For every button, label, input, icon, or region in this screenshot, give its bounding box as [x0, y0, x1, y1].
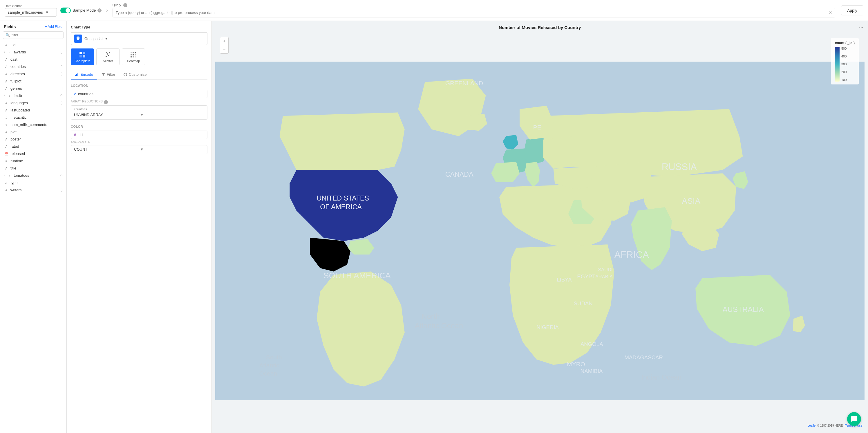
array-reductions-dropdown: countries UNWIND ARRAY ▼ — [71, 105, 208, 120]
field-name: plot — [10, 130, 62, 134]
field-item-f_metacritic[interactable]: # metacritic — [0, 114, 66, 121]
field-name: countries — [10, 64, 59, 69]
field-item-f_cast[interactable]: A cast [] — [0, 56, 66, 63]
tab-encode[interactable]: Encode — [71, 70, 97, 80]
field-badge: [] — [61, 58, 62, 61]
svg-rect-14 — [134, 54, 136, 56]
svg-point-6 — [108, 55, 109, 56]
tab-customize[interactable]: Customize — [119, 70, 151, 80]
aggregate-arrow-icon: ▼ — [140, 147, 205, 152]
aggregate-label: AGGREGATE — [71, 141, 208, 144]
tab-filter[interactable]: Filter — [97, 70, 119, 80]
field-badge: [] — [61, 101, 62, 104]
zoom-out-button[interactable]: − — [220, 45, 228, 53]
chart-btn-scatter[interactable]: Scatter — [96, 49, 120, 65]
apply-button[interactable]: Apply — [841, 5, 863, 16]
legend-gradient — [835, 47, 840, 82]
svg-text:ASIA: ASIA — [682, 196, 701, 206]
chart-btn-heatmap[interactable]: Heatmap — [122, 49, 145, 65]
query-info-icon[interactable]: i — [123, 3, 127, 7]
field-item-f_awards[interactable]: › › awards {} — [0, 49, 66, 56]
leaflet-link[interactable]: Leaflet — [808, 424, 816, 427]
sample-mode-label: Sample Mode — [72, 8, 96, 12]
field-type-icon: A — [4, 188, 9, 192]
field-item-f_type[interactable]: A type — [0, 179, 66, 186]
map-container: + − count ( _id ) 500 400 300 200 100 — [215, 32, 865, 430]
svg-rect-0 — [80, 52, 82, 54]
location-field-icon: A — [74, 92, 76, 96]
svg-rect-16 — [132, 56, 134, 58]
svg-rect-12 — [130, 54, 132, 56]
field-item-f_directors[interactable]: A directors [] — [0, 70, 66, 78]
location-title: Location — [71, 84, 208, 87]
field-item-f_released[interactable]: 📅 released — [0, 150, 66, 157]
svg-rect-19 — [76, 74, 77, 76]
svg-text:SUDAN: SUDAN — [574, 300, 593, 306]
field-item-f_runtime[interactable]: # runtime — [0, 157, 66, 164]
field-item-f_num_mflix[interactable]: # num_mflix_comments — [0, 121, 66, 128]
field-badge: {} — [60, 174, 62, 177]
field-item-f_imdb[interactable]: › › imdb {} — [0, 92, 66, 99]
field-type-icon: › — [7, 51, 12, 54]
chart-more-button[interactable]: ··· — [859, 24, 863, 30]
field-type-icon: A — [4, 130, 9, 134]
country-germany — [523, 137, 547, 164]
field-name: writers — [10, 188, 59, 192]
reduction-value: UNWIND ARRAY — [74, 113, 138, 117]
query-input[interactable] — [116, 10, 826, 15]
field-badge: [] — [61, 188, 62, 191]
field-item-f_id[interactable]: A _id — [0, 41, 66, 49]
field-item-f_languages[interactable]: A languages [] — [0, 99, 66, 106]
fields-search-input[interactable] — [11, 33, 61, 37]
legend-labels: 500 400 300 200 100 — [841, 47, 846, 82]
add-field-button[interactable]: + Add Field — [45, 25, 62, 29]
field-item-f_tomatoes[interactable]: › › tomatoes {} — [0, 172, 66, 179]
field-item-f_poster[interactable]: A poster — [0, 135, 66, 143]
field-item-f_genres[interactable]: A genres [] — [0, 85, 66, 92]
reduction-select[interactable]: UNWIND ARRAY ▼ — [71, 112, 207, 119]
svg-rect-15 — [130, 56, 132, 58]
field-type-icon: › — [7, 94, 12, 97]
field-item-f_plot[interactable]: A plot — [0, 128, 66, 135]
color-field-chip: # _id — [71, 131, 208, 139]
field-item-f_countries[interactable]: A countries [] — [0, 63, 66, 70]
field-type-icon: A — [4, 58, 9, 61]
field-item-f_lastupdated[interactable]: A lastupdated — [0, 106, 66, 114]
map-legend: count ( _id ) 500 400 300 200 100 — [831, 38, 859, 85]
toggle-knob — [66, 8, 70, 13]
svg-rect-9 — [130, 52, 132, 53]
svg-text:RUSSIA: RUSSIA — [662, 161, 697, 172]
chart-type-arrow-icon: ▼ — [105, 37, 107, 40]
datasource-arrow-icon: ▼ — [45, 10, 54, 14]
field-type-icon: A — [4, 145, 9, 148]
field-item-f_writers[interactable]: A writers [] — [0, 186, 66, 193]
svg-text:UNITED STATES: UNITED STATES — [317, 194, 369, 202]
aggregate-select[interactable]: COUNT ▼ — [71, 146, 207, 153]
field-item-f_rated[interactable]: A rated — [0, 143, 66, 150]
field-name: runtime — [10, 159, 62, 163]
field-item-f_title[interactable]: A title — [0, 164, 66, 172]
query-label: Query i — [113, 3, 835, 7]
svg-text:SAUDI: SAUDI — [598, 267, 612, 272]
field-item-f_fullplot[interactable]: A fullplot — [0, 78, 66, 85]
svg-text:MADAGASCAR: MADAGASCAR — [624, 354, 663, 361]
field-type-icon: A — [4, 87, 9, 90]
svg-text:Ocean: Ocean — [259, 370, 277, 377]
field-name: metacritic — [10, 115, 62, 120]
color-section: Color # _id AGGREGATE COUNT ▼ — [71, 125, 208, 154]
chart-type-select[interactable]: Geospatial ▼ — [71, 32, 208, 45]
svg-point-7 — [109, 52, 110, 53]
svg-text:Atlantic Ocean: Atlantic Ocean — [415, 321, 463, 330]
chart-btn-choropleth[interactable]: Choropleth — [71, 49, 94, 65]
chat-bubble[interactable] — [847, 412, 861, 426]
query-clear-button[interactable]: ✕ — [828, 10, 832, 16]
sample-mode-info-icon[interactable]: i — [97, 8, 101, 12]
color-title: Color — [71, 125, 208, 128]
sample-mode-toggle[interactable] — [60, 7, 71, 13]
svg-text:South: South — [266, 354, 282, 361]
array-reductions-info-icon[interactable]: i — [104, 100, 108, 104]
datasource-select[interactable]: sample_mflix.movies ▼ — [5, 8, 57, 17]
world-map-svg[interactable]: SOUTH AMERICA AFRICA RUSSIA ASIA CANADA … — [215, 32, 865, 430]
field-type-icon: A — [4, 166, 9, 170]
zoom-in-button[interactable]: + — [220, 37, 228, 45]
